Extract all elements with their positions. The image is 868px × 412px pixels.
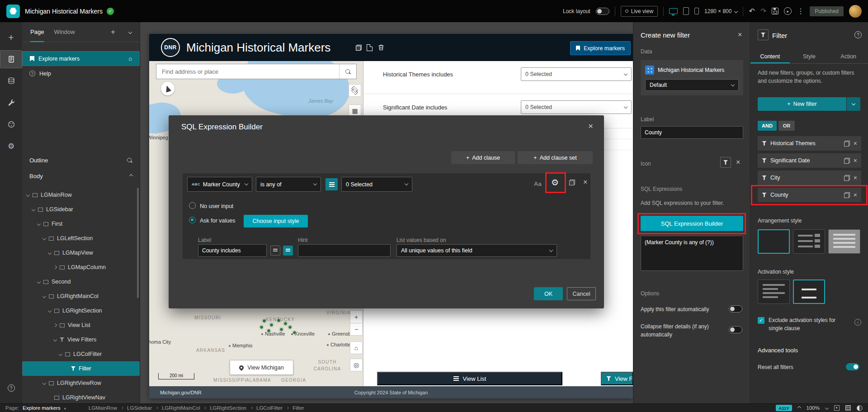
search-icon[interactable]	[339, 64, 356, 79]
filter-label-input[interactable]	[641, 126, 743, 139]
footer-link[interactable]: Michigan.gov/DNR	[160, 390, 202, 395]
filter-item-historical-themes[interactable]: Historical Themes ×	[758, 136, 861, 151]
outline-node[interactable]: LGRightMainCol	[22, 289, 140, 303]
arrangement-option-3[interactable]	[828, 229, 860, 254]
clause-hint-input[interactable]	[298, 244, 391, 257]
desktop-view-icon[interactable]	[669, 8, 678, 14]
redo-icon[interactable]: ↷	[760, 7, 766, 15]
data-view-select[interactable]: Default	[645, 79, 739, 91]
new-filter-button[interactable]: +New filter	[758, 97, 846, 111]
field-select[interactable]: ABC Marker County	[187, 177, 252, 192]
ok-button[interactable]: OK	[534, 287, 563, 300]
app-header-widget[interactable]: DNR Michigan Historical Markers Explore …	[149, 34, 633, 61]
activation-option-2[interactable]	[793, 279, 825, 304]
close-panel-icon[interactable]: ×	[738, 31, 742, 38]
app-explore-markers-button[interactable]: Explore markers	[570, 41, 631, 55]
duplicate-filter-icon[interactable]	[844, 175, 850, 181]
outline-node[interactable]: LGSidebar	[22, 202, 140, 217]
tab-window[interactable]: Window	[54, 22, 75, 42]
breadcrumb-item[interactable]: LGSidebar	[127, 405, 152, 411]
arrangement-option-1[interactable]	[758, 229, 790, 254]
theme-panel-icon[interactable]	[0, 115, 22, 133]
marker-dot[interactable]	[259, 325, 264, 329]
outline-node-filter-selected[interactable]: Filter	[22, 361, 140, 376]
layers-button[interactable]	[349, 84, 361, 97]
a11y-badge[interactable]: A11Y	[776, 405, 792, 411]
duplicate-clause-icon[interactable]	[569, 180, 575, 185]
map-search-widget[interactable]	[156, 64, 357, 79]
sql-expression-textarea[interactable]	[641, 236, 743, 271]
outline-scrollbar[interactable]	[137, 188, 139, 298]
zoom-out-button[interactable]: −	[350, 323, 363, 336]
page-item-explore-markers[interactable]: Explore markers ⌂	[22, 51, 140, 66]
clause-settings-gear-icon[interactable]: ⚙	[551, 177, 559, 188]
delete-filter-icon[interactable]: ×	[854, 175, 857, 181]
search-icon[interactable]	[127, 157, 132, 163]
expand-icon[interactable]	[26, 193, 30, 197]
sql-expression-builder-button[interactable]: SQL Expression Builder	[641, 216, 743, 231]
collapse-details-toggle[interactable]	[729, 326, 742, 333]
expand-icon[interactable]	[53, 265, 57, 269]
breadcrumb-item[interactable]: LGRightSection	[210, 405, 246, 411]
expand-icon[interactable]	[42, 381, 46, 385]
outline-node[interactable]: View Filters	[22, 332, 140, 347]
zoom-in-button[interactable]: +	[350, 310, 363, 323]
marker-dot[interactable]	[262, 319, 266, 323]
marker-dot[interactable]	[288, 325, 292, 329]
case-sensitive-toggle[interactable]: Aa	[534, 180, 542, 187]
outline-node[interactable]: LGRightSection	[22, 303, 140, 318]
add-page-icon[interactable]: +	[111, 28, 115, 37]
tab-action[interactable]: Action	[829, 50, 868, 63]
date-select[interactable]: 0 Selected	[521, 100, 632, 114]
current-page-name[interactable]: Explore markers	[23, 405, 61, 411]
marker-dot[interactable]	[283, 322, 288, 326]
activation-option-1[interactable]	[758, 279, 790, 304]
operator-select[interactable]: is any of	[256, 177, 321, 192]
breadcrumb-item[interactable]: LGMainRow	[89, 405, 117, 411]
duplicate-filter-icon[interactable]	[844, 192, 850, 198]
view-michigan-button[interactable]: View Michigan	[230, 360, 293, 375]
tablet-view-icon[interactable]	[683, 7, 689, 15]
duplicate-filter-icon[interactable]	[844, 141, 850, 147]
new-filter-dropdown-button[interactable]	[847, 97, 860, 111]
choose-icon-button[interactable]	[720, 157, 731, 168]
tab-content[interactable]: Content	[750, 50, 790, 63]
collapse-icon[interactable]	[129, 174, 133, 178]
text-format-button[interactable]	[270, 246, 280, 256]
outline-node[interactable]: First	[22, 217, 140, 231]
locate-button[interactable]: ◎	[350, 359, 363, 371]
contrast-toggle-icon[interactable]	[857, 405, 863, 411]
outline-node[interactable]: LGMapView	[22, 246, 140, 260]
user-avatar[interactable]	[849, 5, 862, 18]
delete-filter-icon[interactable]: ×	[854, 140, 857, 147]
marker-dot[interactable]	[277, 318, 281, 322]
more-menu-icon[interactable]: ⋮	[797, 7, 804, 15]
undo-icon[interactable]: ↶	[749, 7, 755, 15]
ask-for-values-radio[interactable]	[189, 217, 196, 223]
breadcrumb-item[interactable]: Filter	[292, 405, 304, 411]
breadcrumb-item[interactable]: LGRightMainCol	[162, 405, 200, 411]
view-list-button[interactable]: View List	[377, 372, 562, 385]
value-list-toggle-button[interactable]	[326, 178, 338, 190]
save-icon[interactable]	[772, 8, 778, 14]
outline-node[interactable]: LGColFilter	[22, 347, 140, 361]
add-clause-button[interactable]: +Add clause	[451, 151, 515, 164]
chevron-up-icon[interactable]	[797, 406, 801, 410]
filter-item-significant-date[interactable]: Significant Date ×	[758, 153, 861, 168]
duplicate-filter-icon[interactable]	[844, 158, 850, 164]
resolution-dropdown[interactable]: 1280 × 800	[704, 8, 737, 14]
zoom-level[interactable]: 100%	[807, 405, 820, 411]
data-panel-icon[interactable]	[0, 72, 22, 90]
page-panel-icon[interactable]	[0, 50, 22, 68]
expand-icon[interactable]	[48, 309, 52, 313]
home-extent-button[interactable]: ⌂	[350, 341, 363, 354]
tools-panel-icon[interactable]	[0, 94, 22, 112]
chevron-up-icon[interactable]: ▴	[64, 406, 66, 410]
expand-icon[interactable]	[53, 323, 57, 327]
filter-item-county[interactable]: County ×	[758, 188, 861, 202]
apply-automatically-toggle[interactable]	[729, 305, 742, 313]
expand-icon[interactable]	[32, 208, 35, 211]
outline-node[interactable]: LGLeftSection	[22, 231, 140, 246]
choose-input-style-button[interactable]: Choose input style	[244, 215, 308, 227]
expand-icon[interactable]	[59, 352, 62, 356]
